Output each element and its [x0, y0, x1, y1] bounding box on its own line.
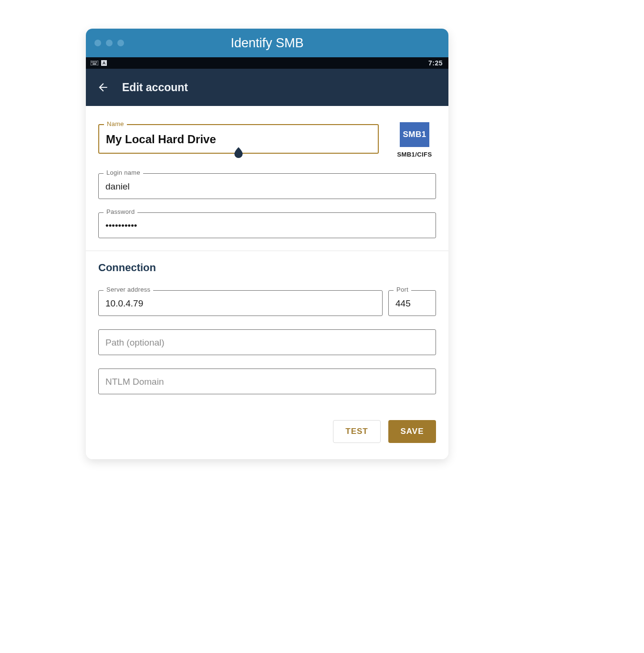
status-left: A [91, 60, 107, 66]
protocol-label: SMB1/CIFS [397, 151, 432, 158]
app-indicator-icon: A [101, 60, 107, 66]
server-address-field[interactable]: Server address [98, 290, 383, 316]
ntlm-domain-input[interactable] [105, 377, 429, 387]
arrow-left-icon [97, 81, 109, 94]
keyboard-icon [91, 61, 98, 65]
port-label: Port [394, 286, 411, 293]
login-label: Login name [104, 169, 143, 176]
svg-rect-1 [92, 62, 93, 63]
port-field[interactable]: Port [388, 290, 436, 316]
app-window: Identify SMB A 7:25 Edit accoun [86, 29, 448, 459]
protocol-selector: SMB1 SMB1/CIFS [393, 119, 436, 158]
test-button[interactable]: TEST [333, 420, 381, 443]
app-bar: Edit account [86, 69, 448, 106]
form-content: Name SMB1 SMB1/CIFS Login name Password [86, 106, 448, 459]
close-traffic-dot[interactable] [94, 40, 101, 46]
name-field[interactable]: Name [98, 124, 379, 154]
text-cursor-handle-icon[interactable] [232, 146, 245, 160]
connection-section-title: Connection [98, 262, 436, 274]
login-input[interactable] [105, 181, 429, 192]
server-address-input[interactable] [105, 298, 375, 309]
zoom-traffic-dot[interactable] [117, 40, 124, 46]
port-input[interactable] [395, 298, 429, 309]
action-bar: TEST SAVE [98, 420, 436, 443]
login-field[interactable]: Login name [98, 173, 436, 199]
svg-rect-4 [96, 62, 97, 63]
server-address-label: Server address [104, 286, 153, 293]
android-statusbar: A 7:25 [86, 57, 448, 69]
password-label: Password [104, 208, 137, 215]
path-field[interactable] [98, 329, 436, 355]
appbar-title: Edit account [122, 81, 188, 94]
minimize-traffic-dot[interactable] [106, 40, 113, 46]
name-input[interactable] [106, 133, 371, 146]
svg-rect-0 [91, 61, 98, 65]
svg-rect-5 [93, 63, 96, 64]
protocol-badge[interactable]: SMB1 [400, 122, 429, 147]
window-controls [94, 40, 124, 46]
window-title: Identify SMB [86, 36, 448, 51]
password-field[interactable]: Password [98, 212, 436, 238]
save-button[interactable]: SAVE [388, 420, 436, 443]
password-input[interactable] [105, 221, 429, 231]
svg-rect-2 [93, 62, 94, 63]
window-titlebar: Identify SMB [86, 29, 448, 57]
path-input[interactable] [105, 337, 429, 348]
section-divider [86, 251, 448, 251]
name-label: Name [104, 120, 127, 127]
clock: 7:25 [428, 59, 443, 67]
svg-rect-3 [94, 62, 95, 63]
ntlm-domain-field[interactable] [98, 369, 436, 394]
back-button[interactable] [96, 81, 110, 94]
